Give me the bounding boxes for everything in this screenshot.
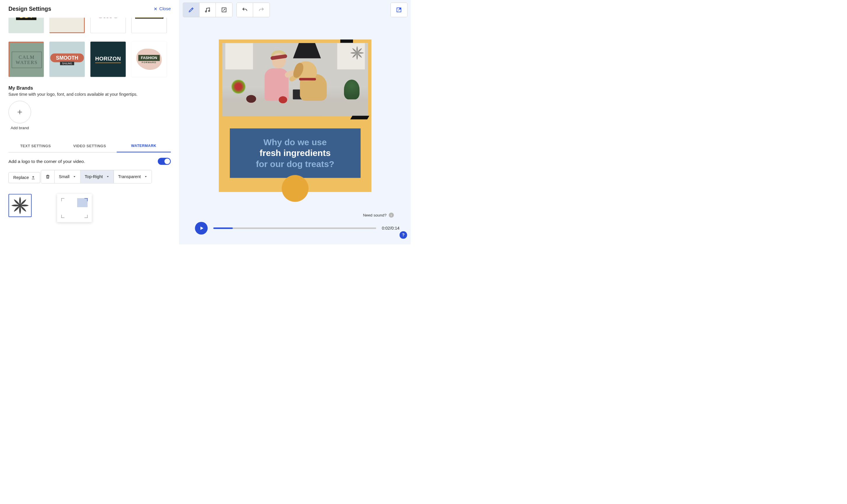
corner-top-left[interactable] [61,198,64,201]
template-label: CALM WATERS [12,52,42,68]
tab-video-settings[interactable]: VIDEO SETTINGS [63,140,117,152]
caption-line-1: Why do we use [256,137,334,148]
svg-point-5 [356,52,358,54]
accent-diag [350,116,369,120]
watermark-controls: Small Top-Right Transparent [41,170,152,184]
redo-icon [258,7,264,13]
watermark-preview-row [8,194,171,222]
close-label: Close [159,6,171,11]
template-contrast[interactable]: CONTRAST [131,18,167,33]
watermark-opacity-dropdown[interactable]: Transparent [114,170,152,183]
tab-watermark[interactable]: WATERMARK [117,140,171,152]
progress-fill [213,228,233,229]
watermark-position-value: Top-Right [85,174,103,179]
music-icon [205,7,211,13]
replace-button[interactable]: Replace [8,172,40,183]
template-label: SMOOTH SAILING [50,54,84,65]
template-label: CUT [16,18,36,20]
tab-text-settings[interactable]: TEXT SETTINGS [8,140,63,152]
template-label: CONTRAST [135,18,163,19]
close-icon [154,7,158,11]
my-brands-title: My Brands [8,85,171,91]
export-button[interactable] [391,3,407,17]
svg-point-1 [205,11,207,12]
template-label: CHIC [98,18,119,20]
time-display: 0:02/0:14 [382,226,400,231]
watermark-size-dropdown[interactable]: Small [54,170,81,183]
tool-group-export [391,3,408,17]
corner-bottom-right[interactable] [85,215,88,218]
template-calm-waters[interactable]: CALM WATERS [8,42,44,77]
template-horizon[interactable]: HORIZON [90,42,125,77]
settings-panel: Design Settings Close CUT BLOSSOM CHIC C… [0,0,179,245]
need-sound-row: Need sound? i [363,212,394,217]
design-tool-button[interactable] [183,3,200,17]
replace-label: Replace [13,175,29,180]
flower-icon [10,196,30,215]
position-picker[interactable] [61,198,87,218]
add-brand: Add brand [8,101,31,130]
video-frame [222,43,368,116]
editor-toolbar [179,0,411,20]
corner-top-right[interactable] [85,198,88,201]
watermark-opacity-value: Transparent [118,174,141,179]
template-smooth-sailing[interactable]: SMOOTH SAILING [50,42,85,77]
play-icon [199,226,204,231]
add-brand-button[interactable] [8,101,31,123]
upload-icon [31,176,36,180]
undo-button[interactable] [237,3,253,17]
caption-box: Why do we use fresh ingredients for our … [230,128,360,178]
delete-watermark-button[interactable] [41,170,55,183]
svg-point-0 [19,204,21,206]
watermark-overlay [349,45,365,60]
tool-group-main [183,3,233,17]
player-bar: Need sound? i 0:02/0:14 [179,216,411,245]
template-cut[interactable]: CUT [8,18,44,33]
music-tool-button[interactable] [200,3,216,17]
watermark-size-value: Small [59,174,69,179]
template-fashion-forward[interactable]: FASHION FORWARD [131,42,167,77]
tool-group-history [237,3,270,17]
panel-header: Design Settings Close [8,5,171,12]
preview-panel: Why do we use fresh ingredients for our … [179,0,411,245]
accent-circle [282,175,309,202]
caption-line-3: for our dog treats? [256,159,334,170]
aspect-tool-button[interactable] [216,3,232,17]
template-label: HORIZON [95,56,121,63]
chevron-down-icon [106,175,109,178]
scene-illustration [222,43,368,116]
settings-tabs: TEXT SETTINGS VIDEO SETTINGS WATERMARK [8,140,171,152]
svg-point-2 [209,10,210,11]
export-icon [396,7,402,13]
position-popup [57,194,92,222]
video-card[interactable]: Why do we use fresh ingredients for our … [219,40,371,192]
template-blossom[interactable]: BLOSSOM [50,18,85,33]
template-chic[interactable]: CHIC [90,18,125,33]
plus-icon [17,109,23,115]
watermark-position-dropdown[interactable]: Top-Right [81,170,114,183]
add-brand-label: Add brand [11,126,29,130]
pencil-icon [188,7,194,13]
play-button[interactable] [195,222,208,235]
redo-button[interactable] [253,3,270,17]
caption-line-2: fresh ingredients [256,147,334,159]
template-label: FASHION FORWARD [138,55,160,64]
template-grid-row1: CUT BLOSSOM CHIC CONTRAST [8,18,171,33]
trash-icon [45,174,50,179]
close-button[interactable]: Close [154,6,171,11]
corner-bottom-left[interactable] [61,215,64,218]
chevron-down-icon [73,175,76,178]
flower-icon [349,45,365,60]
info-icon[interactable]: i [389,212,394,217]
watermark-logo-selected[interactable] [8,194,32,217]
watermark-prompt: Add a logo to the corner of your video. [8,159,85,164]
canvas-area: Why do we use fresh ingredients for our … [179,20,411,216]
progress-bar[interactable] [213,228,376,229]
watermark-toggle[interactable] [158,158,171,165]
help-button[interactable]: ? [400,231,407,239]
aspect-icon [221,7,227,13]
need-sound-label: Need sound? [363,213,386,217]
watermark-toggle-row: Add a logo to the corner of your video. [8,158,171,165]
chevron-down-icon [144,175,148,178]
my-brands-section: My Brands Save time with your logo, font… [8,85,171,130]
